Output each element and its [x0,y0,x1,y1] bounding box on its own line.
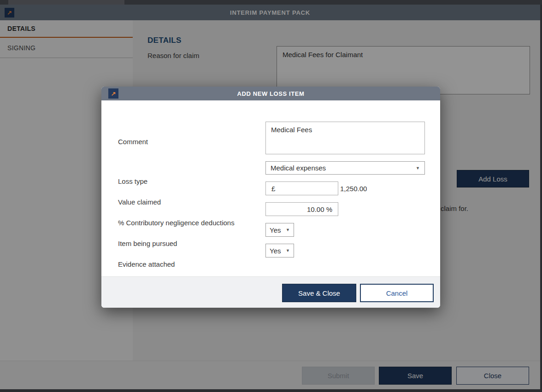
contributory-negligence-input[interactable] [266,203,338,216]
item-being-pursued-selected-value: Yes [270,226,281,234]
dialog-footer: Save & Close Cancel [101,276,440,308]
chevron-down-icon: ▼ [416,166,420,170]
item-being-pursued-dropdown[interactable]: Yes ▼ [265,223,294,237]
cancel-button[interactable]: Cancel [360,284,434,302]
add-new-loss-item-dialog: ADD NEW LOSS ITEM ↗ Comment Medical Fees… [101,87,440,308]
evidence-attached-dropdown[interactable]: Yes ▼ [265,244,294,257]
dialog-title: ADD NEW LOSS ITEM [101,90,440,97]
loss-type-selected-value: Medical expenses [271,164,326,172]
comment-textarea[interactable]: Medical Fees [265,122,425,154]
app-logo-icon: ↗ [108,88,118,99]
evidence-attached-selected-value: Yes [270,247,281,255]
comment-label: Comment [118,138,148,146]
screen: INTERIM PAYMENT PACK ↗ DETAILS SIGNING D… [0,0,542,392]
dialog-titlebar: ADD NEW LOSS ITEM ↗ [101,87,440,100]
contributory-negligence-label: % Contributory negligence deductions [118,219,235,227]
loss-type-dropdown[interactable]: Medical expenses ▼ [265,161,425,175]
save-and-close-button[interactable]: Save & Close [282,284,356,302]
chevron-down-icon: ▼ [286,248,290,253]
value-claimed-input[interactable] [275,185,370,193]
contributory-negligence-field[interactable] [265,202,338,216]
value-claimed-label: Value claimed [118,198,161,206]
item-being-pursued-label: Item being pursued [118,240,177,247]
currency-symbol: £ [266,185,275,193]
value-claimed-field[interactable]: £ [265,181,338,195]
dialog-body: Comment Medical Fees Loss type Medical e… [101,100,440,276]
chevron-down-icon: ▼ [286,228,290,232]
evidence-attached-label: Evidence attached [118,260,175,268]
loss-type-label: Loss type [118,177,147,185]
